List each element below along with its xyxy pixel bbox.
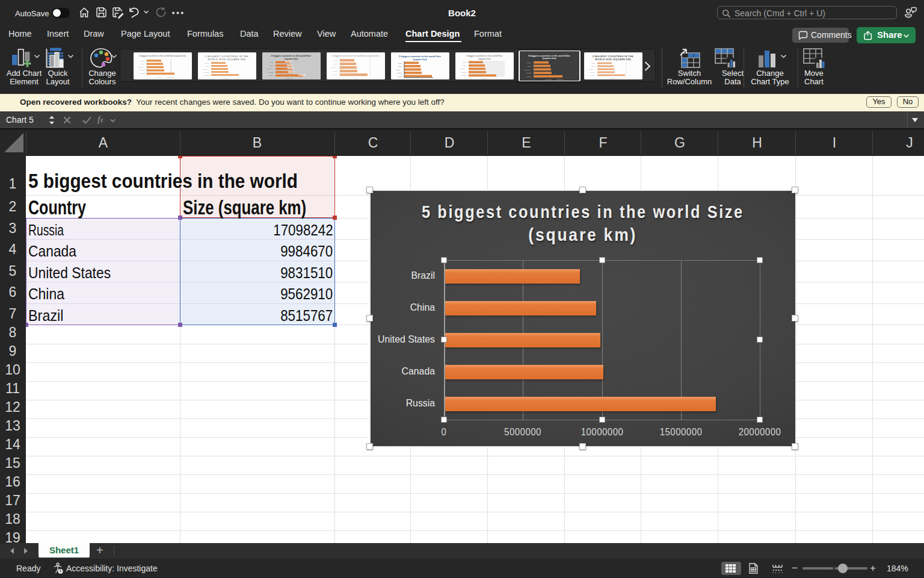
svg-text:Brazil: Brazil (463, 61, 466, 63)
svg-text:Russia: Russia (527, 76, 532, 78)
svg-text:Brazil: Brazil (591, 63, 595, 64)
svg-text:10000000: 10000000 (609, 78, 616, 79)
svg-text:Canada: Canada (140, 69, 145, 71)
svg-text:Canada: Canada (590, 72, 596, 73)
svg-text:China: China (398, 66, 402, 67)
svg-text:Russia: Russia (205, 75, 209, 76)
svg-text:Brazil: Brazil (398, 63, 402, 64)
svg-text:(square km): (square km) (543, 57, 556, 60)
svg-text:(square km): (square km) (478, 58, 491, 60)
svg-text:10000000: 10000000 (155, 76, 162, 78)
svg-text:10000000: 10000000 (352, 78, 359, 79)
svg-text:Brazil: Brazil (270, 61, 273, 63)
svg-text:United St: United St (525, 69, 531, 71)
svg-text:WORLD SIZE (SQUARE KM): WORLD SIZE (SQUARE KM) (208, 58, 246, 61)
svg-text:China: China (528, 66, 532, 67)
svg-text:Brazil: Brazil (334, 60, 337, 61)
svg-text:Unit St: Unit St (396, 69, 401, 71)
svg-text:Russia: Russia (591, 75, 596, 76)
svg-text:10000000: 10000000 (545, 79, 552, 81)
svg-text:China: China (205, 66, 209, 67)
svg-text:United St: United St (138, 66, 144, 68)
svg-text:5 biggest countries in the wor: 5 biggest countries in the world Size (s… (139, 55, 186, 57)
svg-text:Russia: Russia (333, 74, 338, 76)
svg-text:Brazil: Brazil (528, 62, 532, 64)
svg-text:United St: United St (266, 68, 273, 70)
svg-text:17098242: 17098242 (298, 74, 306, 76)
svg-text:Russia: Russia (462, 75, 467, 76)
svg-text:Russia: Russia (269, 75, 274, 76)
svg-text:Canada: Canada (204, 72, 209, 73)
svg-text:Canada: Canada (397, 72, 402, 74)
svg-text:Unit St: Unit St (203, 69, 208, 70)
svg-text:Unit St: Unit St (460, 68, 465, 70)
svg-text:China: China (270, 65, 274, 67)
svg-text:10000000: 10000000 (481, 78, 487, 79)
svg-text:Canada: Canada (333, 70, 338, 72)
svg-text:Canada: Canada (526, 72, 532, 74)
svg-text:5 biggest countries in the wor: 5 biggest countries in the world Size (s… (332, 55, 379, 57)
svg-text:Canada: Canada (461, 72, 467, 73)
svg-text:5 biggest countries in the wor: 5 biggest countries in the world Size (466, 55, 503, 57)
svg-text:Unit St: Unit St (331, 67, 336, 69)
svg-text:Canada: Canada (268, 72, 274, 73)
svg-text:China: China (463, 65, 467, 67)
svg-text:9984670: 9984670 (288, 71, 295, 73)
svg-text:10000000: 10000000 (286, 78, 293, 79)
svg-text:(square km): (square km) (285, 58, 298, 60)
svg-text:Brazil: Brazil (141, 60, 144, 62)
svg-text:China: China (334, 63, 338, 65)
svg-text:Brazil: Brazil (205, 63, 209, 64)
svg-text:5 biggest countries in the wor: 5 biggest countries in the world Size (271, 55, 311, 57)
svg-text:9562910: 9562910 (287, 64, 294, 67)
svg-text:10000000: 10000000 (222, 78, 229, 79)
svg-text:Russia: Russia (398, 76, 402, 78)
svg-text:WORLD SIZE (SQUARE KM): WORLD SIZE (SQUARE KM) (595, 58, 631, 61)
svg-text:20000000: 20000000 (167, 76, 174, 78)
svg-text:9831510: 9831510 (288, 67, 294, 70)
svg-text:8515767: 8515767 (285, 61, 292, 63)
svg-text:Russia: Russia (140, 73, 145, 75)
svg-text:China: China (141, 63, 145, 65)
svg-text:20000000: 20000000 (557, 79, 564, 81)
svg-text:(square km): (square km) (413, 58, 427, 61)
svg-text:China: China (591, 66, 596, 67)
svg-text:Unit St: Unit St (589, 69, 594, 70)
